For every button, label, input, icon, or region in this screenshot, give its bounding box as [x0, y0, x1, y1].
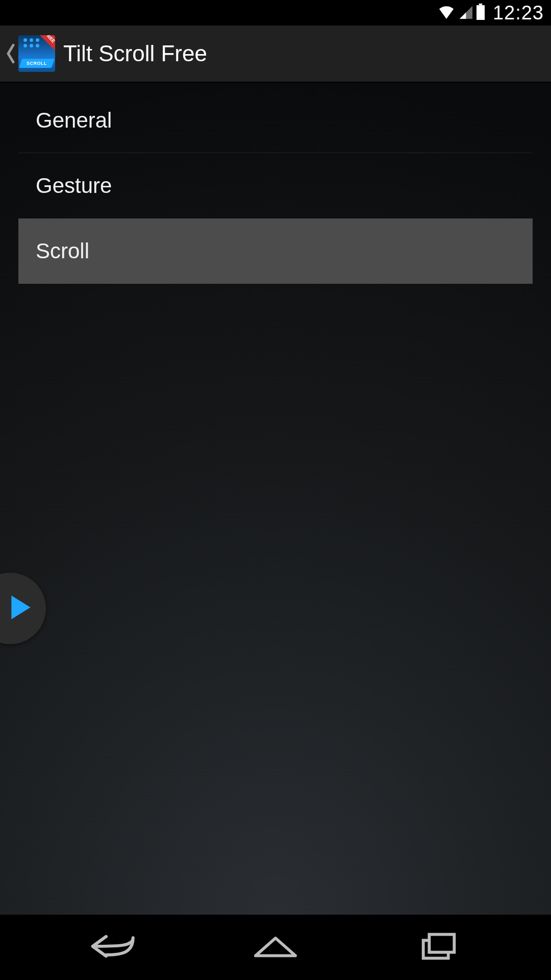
svg-rect-3	[429, 935, 454, 952]
nav-recent-button[interactable]	[393, 927, 485, 968]
free-badge-icon: FREE	[40, 35, 55, 51]
scroll-band-text: SCROLL	[27, 61, 47, 66]
nav-back-button[interactable]	[66, 927, 158, 968]
battery-icon	[475, 4, 486, 22]
free-badge-text: FREE	[44, 35, 55, 44]
settings-list: General Gesture Scroll	[0, 83, 551, 284]
back-caret-icon[interactable]	[5, 43, 16, 64]
play-icon	[8, 593, 34, 624]
list-item-label: Scroll	[36, 239, 89, 263]
page-title: Tilt Scroll Free	[63, 41, 207, 66]
status-bar: 12:23	[0, 0, 551, 26]
list-item-scroll[interactable]: Scroll	[18, 218, 533, 284]
action-bar: FREE SCROLL Tilt Scroll Free	[0, 26, 551, 83]
list-item-general[interactable]: General	[18, 88, 533, 153]
app-icon[interactable]: FREE SCROLL	[18, 35, 55, 72]
cellular-icon	[458, 5, 472, 21]
nav-home-icon	[252, 932, 299, 963]
list-item-label: Gesture	[36, 174, 112, 198]
svg-rect-1	[477, 5, 485, 20]
nav-recent-icon	[418, 932, 459, 963]
status-icons: 12:23	[438, 2, 544, 24]
status-clock: 12:23	[493, 2, 544, 24]
list-item-gesture[interactable]: Gesture	[18, 153, 533, 218]
play-button[interactable]	[0, 573, 46, 644]
navigation-bar	[0, 915, 551, 980]
content-area: General Gesture Scroll	[0, 83, 551, 915]
nav-home-button[interactable]	[230, 927, 321, 968]
list-item-label: General	[36, 108, 112, 133]
svg-rect-0	[479, 4, 482, 5]
nav-back-icon	[88, 931, 137, 964]
wifi-icon	[438, 5, 455, 21]
